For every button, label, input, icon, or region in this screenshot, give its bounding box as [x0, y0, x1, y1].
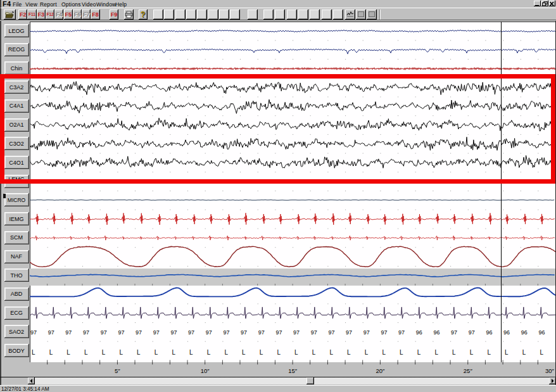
svg-text:L: L — [137, 349, 141, 356]
svg-text:L: L — [119, 349, 123, 356]
svg-text:25″: 25″ — [464, 367, 473, 374]
svg-text:L: L — [452, 349, 456, 356]
svg-text:96: 96 — [538, 329, 545, 336]
svg-text:L: L — [224, 349, 228, 356]
svg-text:L: L — [329, 349, 333, 356]
svg-text:97: 97 — [188, 329, 194, 336]
svg-text:L: L — [365, 349, 369, 356]
svg-text:97: 97 — [398, 329, 405, 336]
svg-text:97: 97 — [381, 329, 387, 336]
svg-text:L: L — [189, 349, 193, 356]
svg-text:L: L — [242, 349, 246, 356]
svg-text:97: 97 — [346, 329, 352, 336]
svg-text:5″: 5″ — [115, 367, 120, 374]
svg-text:97: 97 — [469, 329, 475, 336]
svg-text:L: L — [207, 349, 211, 356]
svg-text:97: 97 — [101, 329, 107, 336]
svg-text:97: 97 — [30, 329, 37, 336]
svg-text:L: L — [66, 349, 70, 356]
svg-text:97: 97 — [136, 329, 142, 336]
svg-text:L: L — [400, 349, 403, 356]
svg-text:L: L — [470, 349, 474, 356]
svg-text:L: L — [84, 349, 88, 356]
svg-text:L: L — [347, 349, 351, 356]
svg-text:L: L — [260, 349, 263, 356]
svg-text:97: 97 — [311, 329, 317, 336]
svg-text:96: 96 — [503, 329, 510, 336]
svg-text:15″: 15″ — [288, 367, 298, 374]
svg-text:96: 96 — [486, 329, 492, 336]
svg-text:96: 96 — [433, 329, 439, 336]
svg-text:L: L — [505, 349, 509, 356]
svg-text:97: 97 — [223, 329, 229, 336]
svg-text:96: 96 — [521, 329, 528, 336]
svg-text:L: L — [102, 349, 106, 356]
svg-text:L: L — [294, 349, 298, 356]
svg-text:L: L — [49, 349, 53, 356]
svg-text:97: 97 — [170, 329, 177, 336]
svg-text:97: 97 — [48, 329, 54, 336]
svg-text:L: L — [540, 349, 543, 356]
svg-text:L: L — [312, 349, 316, 356]
svg-text:97: 97 — [363, 329, 370, 336]
svg-text:97: 97 — [206, 329, 212, 336]
svg-text:30″: 30″ — [545, 367, 555, 374]
svg-text:L: L — [155, 349, 158, 356]
svg-text:97: 97 — [258, 329, 265, 336]
svg-text:97: 97 — [118, 329, 124, 336]
svg-text:97: 97 — [153, 329, 160, 336]
svg-text:20″: 20″ — [376, 367, 385, 374]
svg-text:10″: 10″ — [201, 367, 210, 374]
svg-text:97: 97 — [275, 329, 282, 336]
svg-text:L: L — [277, 349, 281, 356]
svg-text:97: 97 — [328, 329, 334, 336]
svg-text:L: L — [172, 349, 175, 356]
svg-text:97: 97 — [293, 329, 300, 336]
svg-text:97: 97 — [241, 329, 247, 336]
svg-text:97: 97 — [451, 329, 457, 336]
svg-text:97: 97 — [65, 329, 72, 336]
svg-text:96: 96 — [416, 329, 422, 336]
svg-text:L: L — [32, 349, 35, 356]
svg-text:L: L — [434, 349, 438, 356]
svg-text:L: L — [382, 349, 386, 356]
svg-text:L: L — [487, 349, 491, 356]
svg-text:L: L — [522, 349, 526, 356]
svg-text:97: 97 — [83, 329, 89, 336]
svg-text:L: L — [417, 349, 421, 356]
